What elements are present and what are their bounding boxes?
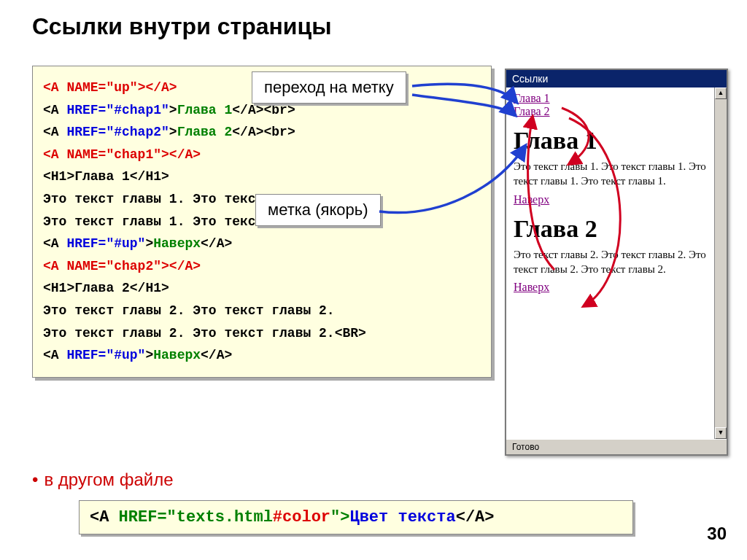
- link-up-2[interactable]: Наверх: [514, 281, 549, 293]
- browser-window: Ссылки Глава 1 Глава 2 Глава 1 Это текст…: [505, 69, 728, 456]
- link-chapter-1[interactable]: Глава 1: [514, 92, 550, 104]
- text-chapter-2: Это текст главы 2. Это текст главы 2. Эт…: [514, 247, 719, 277]
- callout-goto-anchor: переход на метку: [252, 71, 406, 104]
- other-file-label: •в другом файле: [32, 470, 174, 490]
- scroll-up-icon[interactable]: ▲: [715, 88, 727, 99]
- heading-chapter-2: Глава 2: [514, 215, 719, 243]
- callout-anchor-label: метка (якорь): [255, 194, 381, 226]
- code-block-otherfile: <A HREF="texts.html#color">Цвет текста</…: [79, 500, 633, 534]
- browser-viewport: Глава 1 Глава 2 Глава 1 Это текст главы …: [506, 88, 727, 439]
- browser-titlebar: Ссылки: [506, 70, 727, 88]
- scrollbar[interactable]: ▲ ▼: [714, 88, 727, 439]
- bullet-icon: •: [32, 470, 38, 489]
- heading-chapter-1: Глава 1: [514, 127, 719, 155]
- text-chapter-1: Это текст главы 1. Это текст главы 1. Эт…: [514, 159, 719, 189]
- link-up-1[interactable]: Наверх: [514, 193, 549, 206]
- link-chapter-2[interactable]: Глава 2: [514, 105, 550, 117]
- scroll-down-icon[interactable]: ▼: [715, 427, 727, 439]
- browser-statusbar: Готово: [506, 439, 727, 454]
- page-number: 30: [707, 524, 727, 544]
- slide-title: Ссылки внутри страницы: [32, 13, 747, 40]
